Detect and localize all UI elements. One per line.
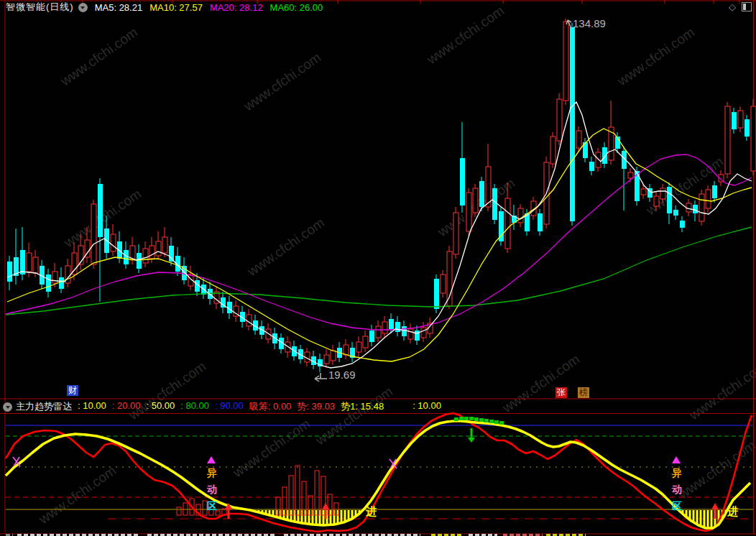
svg-text:www.cfchi.com: www.cfchi.com [244, 215, 327, 279]
indicator-curves-layer [6, 413, 752, 532]
ma10-label: MA10: 27.57 [149, 2, 203, 13]
ma20-label: MA20: 28.12 [210, 2, 263, 13]
page-title: 智微智能(日线) [6, 1, 74, 14]
high-price-label: 134.89 [573, 17, 606, 29]
abn-char-1: 异 [671, 467, 683, 480]
abn-char-3: 区 [671, 500, 683, 513]
chart-canvas[interactable]: www.cfchi.comwww.cfchi.comwww.cfchi.comw… [0, 0, 756, 536]
low-price-label: 19.69 [328, 369, 356, 381]
indicator-value-2: : 50.00 [147, 400, 175, 413]
ma60-label: MA60: 26.00 [270, 2, 323, 13]
abnormal-zone-label-left: 异 动 区 [206, 467, 218, 513]
chart-header: 智微智能(日线) MA5: 28.21 MA10: 27.57 MA20: 28… [0, 0, 756, 14]
panel-layout-icon[interactable] [742, 2, 752, 11]
badge-zhang[interactable]: 张 [556, 387, 567, 398]
collapse-chevron-icon[interactable] [78, 3, 88, 12]
indicator-levels-layer [6, 425, 753, 519]
indicator-name: 主力趋势雷达 [16, 400, 72, 413]
badge-cai[interactable]: 财 [67, 385, 78, 396]
abn-char-2: 动 [206, 484, 218, 496]
window-controls: ◇ [729, 2, 752, 11]
enter-signal-left: 进 [366, 505, 377, 519]
abnormal-zone-label-right: 异 动 区 [671, 467, 683, 513]
frame-layer [0, 0, 756, 534]
svg-text:www.cfchi.com: www.cfchi.com [57, 24, 140, 89]
indicator-markers-layer [13, 417, 719, 519]
watermark-layer: www.cfchi.comwww.cfchi.comwww.cfchi.comw… [35, 3, 756, 527]
ma5-label: MA5: 28.21 [95, 2, 143, 13]
trading-app-window: www.cfchi.comwww.cfchi.comwww.cfchi.comw… [0, 0, 756, 536]
indicator-value-1: : 20.00 [112, 400, 141, 413]
indicator-value-0: : 10.00 [78, 400, 106, 413]
badge-bang[interactable]: 榜 [578, 387, 589, 398]
indicator-value-4: : 90.00 [215, 400, 244, 413]
indicator-value-3: : 80.00 [180, 400, 209, 413]
indicator-value-6: 势: 39.03 [297, 400, 335, 413]
indicator-value-7: 势1: 15.48 [341, 400, 384, 413]
svg-text:www.cfchi.com: www.cfchi.com [240, 50, 323, 114]
svg-text:www.cfchi.com: www.cfchi.com [675, 438, 756, 502]
svg-text:www.cfchi.com: www.cfchi.com [35, 463, 119, 527]
abn-char-1: 异 [206, 467, 218, 480]
enter-signal-right: 进 [727, 505, 738, 519]
diamond-icon[interactable]: ◇ [729, 2, 736, 11]
indicator-collapse-chevron-icon[interactable] [3, 402, 12, 412]
indicator-values: : 10.00: 20.00: 50.00: 80.00: 90.00吸筹: 0… [72, 400, 441, 413]
svg-text:www.cfchi.com: www.cfchi.com [312, 384, 395, 448]
abn-char-2: 动 [671, 484, 683, 496]
abn-char-3: 区 [206, 500, 218, 513]
indicator-value-8: : 10.00 [412, 400, 441, 413]
svg-text:www.cfchi.com: www.cfchi.com [614, 24, 697, 89]
indicator-value-5: 吸筹: 0.00 [249, 400, 292, 413]
indicator-header: 主力趋势雷达 : 10.00: 20.00: 50.00: 80.00: 90.… [0, 400, 756, 413]
